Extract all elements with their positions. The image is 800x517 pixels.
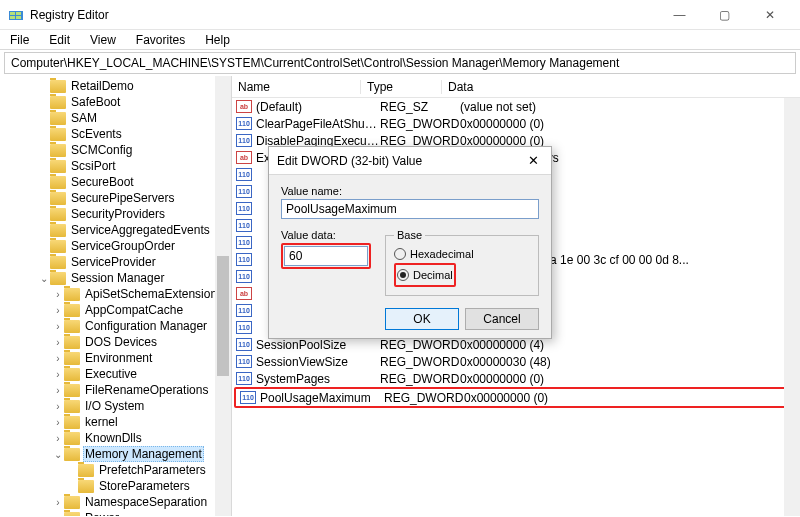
list-row[interactable]: 110SessionViewSizeREG_DWORD0x00000030 (4… [232,353,800,370]
tree-item[interactable]: ServiceProvider [0,254,231,270]
value-data-field[interactable]: 60 [284,246,368,266]
svg-rect-1 [10,12,15,15]
radio-decimal[interactable]: Decimal [397,269,453,281]
tree-item[interactable]: ›kernel [0,414,231,430]
highlight-row: 110PoolUsageMaximumREG_DWORD0x00000000 (… [234,387,792,408]
cell-name: (Default) [256,100,380,114]
tree-item-label: NamespaceSeparation [83,495,209,509]
tree-item[interactable]: ›Configuration Manager [0,318,231,334]
tree-item[interactable]: ⌄Memory Management [0,446,231,462]
tree-item[interactable]: ›Executive [0,366,231,382]
folder-icon [78,464,94,477]
col-data[interactable]: Data [442,80,800,94]
folder-icon [64,320,80,333]
tree-item-label: I/O System [83,399,146,413]
list-scrollbar[interactable] [784,98,800,516]
tree-item-label: Environment [83,351,154,365]
tree-item[interactable]: StoreParameters [0,478,231,494]
folder-icon [50,272,66,285]
tree-item-label: ServiceGroupOrder [69,239,177,253]
binary-value-icon: 110 [236,134,252,147]
tree-item[interactable]: ScsiPort [0,158,231,174]
address-bar[interactable]: Computer\HKEY_LOCAL_MACHINE\SYSTEM\Curre… [4,52,796,74]
cell-data: (value not set) [460,100,800,114]
svg-rect-3 [10,16,15,19]
chevron-right-icon[interactable]: › [52,417,64,428]
binary-value-icon: 110 [236,236,252,249]
tree-item[interactable]: ›DOS Devices [0,334,231,350]
tree-item[interactable]: ›FileRenameOperations [0,382,231,398]
chevron-right-icon[interactable]: › [52,353,64,364]
tree-item-label: StoreParameters [97,479,192,493]
chevron-right-icon[interactable]: › [52,497,64,508]
tree-item[interactable]: ›Power [0,510,231,516]
list-header: Name Type Data [232,76,800,98]
chevron-down-icon[interactable]: ⌄ [52,449,64,460]
highlight-value-data: 60 [281,243,371,269]
radio-hex[interactable]: Hexadecimal [394,248,530,260]
maximize-button[interactable]: ▢ [702,0,747,29]
tree-item-label: KnownDlls [83,431,144,445]
regedit-icon [8,7,24,23]
chevron-right-icon[interactable]: › [52,385,64,396]
tree-item-label: kernel [83,415,120,429]
chevron-right-icon[interactable]: › [52,433,64,444]
tree-item[interactable]: SAM [0,110,231,126]
list-row[interactable]: 110PoolUsageMaximumREG_DWORD0x00000000 (… [236,389,790,406]
cell-type: REG_DWORD [384,391,464,405]
menu-favorites[interactable]: Favorites [132,31,189,49]
folder-icon [50,112,66,125]
cell-name: SystemPages [256,372,380,386]
dialog-close-button[interactable]: ✕ [523,153,543,168]
tree-item[interactable]: RetailDemo [0,78,231,94]
chevron-down-icon[interactable]: ⌄ [38,273,50,284]
value-name-field[interactable]: PoolUsageMaximum [281,199,539,219]
menu-view[interactable]: View [86,31,120,49]
list-row[interactable]: 110ClearPageFileAtShutd...REG_DWORD0x000… [232,115,800,132]
binary-value-icon: 110 [236,338,252,351]
tree-item[interactable]: ›AppCompatCache [0,302,231,318]
tree-item[interactable]: ›Environment [0,350,231,366]
chevron-right-icon[interactable]: › [52,401,64,412]
col-type[interactable]: Type [361,80,441,94]
tree-item[interactable]: ⌄Session Manager [0,270,231,286]
tree-scrollbar[interactable] [215,76,231,516]
tree-item[interactable]: ServiceGroupOrder [0,238,231,254]
binary-value-icon: 110 [236,372,252,385]
minimize-button[interactable]: — [657,0,702,29]
tree-item-label: ServiceAggregatedEvents [69,223,212,237]
tree-item[interactable]: ›NamespaceSeparation [0,494,231,510]
chevron-right-icon[interactable]: › [52,369,64,380]
folder-icon [50,240,66,253]
tree-item[interactable]: SCMConfig [0,142,231,158]
chevron-right-icon[interactable]: › [52,289,64,300]
menu-help[interactable]: Help [201,31,234,49]
cell-data: 0x00000000 (0) [460,117,800,131]
tree-item[interactable]: ›KnownDlls [0,430,231,446]
col-name[interactable]: Name [232,80,360,94]
chevron-right-icon[interactable]: › [52,513,64,517]
chevron-right-icon[interactable]: › [52,321,64,332]
list-row[interactable]: ab(Default)REG_SZ(value not set) [232,98,800,115]
base-legend: Base [394,229,425,241]
cancel-button[interactable]: Cancel [465,308,539,330]
tree-item[interactable]: ServiceAggregatedEvents [0,222,231,238]
folder-icon [50,128,66,141]
tree-item[interactable]: ›ApiSetSchemaExtensions [0,286,231,302]
list-row[interactable]: 110SystemPagesREG_DWORD0x00000000 (0) [232,370,800,387]
ok-button[interactable]: OK [385,308,459,330]
tree-item[interactable]: SafeBoot [0,94,231,110]
chevron-right-icon[interactable]: › [52,305,64,316]
cell-name: SessionViewSize [256,355,380,369]
folder-icon [64,400,80,413]
tree-item[interactable]: SecureBoot [0,174,231,190]
tree-item[interactable]: PrefetchParameters [0,462,231,478]
tree-item[interactable]: ›I/O System [0,398,231,414]
menu-file[interactable]: File [6,31,33,49]
menu-edit[interactable]: Edit [45,31,74,49]
chevron-right-icon[interactable]: › [52,337,64,348]
tree-item[interactable]: SecurityProviders [0,206,231,222]
tree-item[interactable]: SecurePipeServers [0,190,231,206]
tree-item[interactable]: ScEvents [0,126,231,142]
close-button[interactable]: ✕ [747,0,792,29]
